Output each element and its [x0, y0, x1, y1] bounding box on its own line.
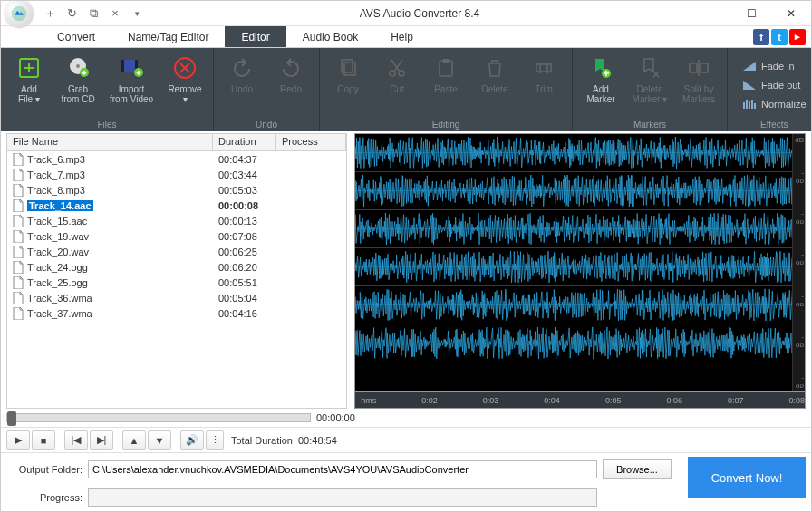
waveform-channel — [355, 324, 805, 362]
browse-button[interactable]: Browse... — [603, 459, 672, 479]
seek-thumb[interactable] — [7, 411, 16, 426]
redo-icon — [278, 55, 304, 81]
play-button[interactable]: ▶ — [6, 430, 30, 450]
import-from-video-button[interactable]: Import from Video — [102, 50, 160, 120]
tab-editor[interactable]: Editor — [225, 26, 285, 47]
app-logo — [5, 0, 34, 28]
prev-track-button[interactable]: |◀ — [64, 430, 88, 450]
tab-help[interactable]: Help — [374, 26, 430, 47]
file-row[interactable]: Track_36.wma00:05:04 — [7, 290, 346, 305]
window-title: AVS Audio Converter 8.4 — [148, 7, 691, 20]
transport-controls: ▶ ■ |◀ ▶| ▲ ▼ 🔊 ⋮ Total Duration 00:48:5… — [1, 427, 811, 452]
file-row[interactable]: Track_25.ogg00:05:51 — [7, 275, 346, 290]
svg-rect-23 — [751, 100, 753, 109]
file-row[interactable]: Track_7.mp300:03:44 — [7, 167, 346, 182]
stop-button[interactable]: ■ — [32, 430, 55, 450]
file-row[interactable]: Track_37.wma00:04:16 — [7, 305, 346, 321]
maximize-button[interactable]: ☐ — [731, 1, 771, 26]
trim-button: Trim — [519, 50, 568, 120]
close-tab-button[interactable]: × — [104, 5, 126, 23]
fade-in-icon — [742, 60, 757, 72]
content-area: File Name Duration Process Track_6.mp300… — [1, 131, 811, 409]
tab-audio-book[interactable]: Audio Book — [286, 26, 374, 47]
twitter-icon[interactable]: t — [771, 29, 788, 45]
copy-icon — [335, 55, 361, 81]
copy-button: Copy — [324, 50, 372, 120]
convert-now-button[interactable]: Convert Now! — [688, 457, 806, 498]
svg-rect-11 — [344, 63, 355, 75]
paste-icon — [433, 55, 459, 81]
progress-bar — [88, 488, 597, 507]
column-file-name[interactable]: File Name — [7, 134, 213, 150]
delete-icon — [482, 55, 508, 81]
svg-rect-14 — [440, 61, 452, 76]
cut-button: Cut — [372, 50, 421, 120]
facebook-icon[interactable]: f — [753, 29, 769, 45]
file-list[interactable]: Track_6.mp300:04:37Track_7.mp300:03:44Tr… — [6, 151, 347, 409]
seek-time: 00:00:00 — [316, 412, 371, 423]
tab-convert[interactable]: Convert — [41, 26, 111, 47]
volume-slider-toggle[interactable]: ⋮ — [206, 430, 224, 450]
remove-button[interactable]: Remove ▾ — [160, 50, 209, 120]
new-tab-button[interactable]: ＋ — [39, 5, 61, 23]
svg-rect-15 — [443, 59, 449, 63]
undo-icon — [229, 55, 255, 81]
svg-rect-24 — [754, 103, 756, 109]
total-duration: Total Duration 00:48:54 — [231, 435, 337, 446]
quick-menu-dropdown[interactable]: ▾ — [126, 5, 148, 23]
waveform-channel — [355, 286, 805, 324]
progress-label: Progress: — [14, 492, 82, 503]
waveform-channel — [355, 210, 805, 248]
delete-marker-icon — [637, 55, 662, 81]
add-marker-icon — [588, 55, 614, 81]
split-by-markers-button: Split by Markers — [674, 50, 723, 120]
seek-bar[interactable] — [6, 413, 311, 422]
svg-rect-16 — [536, 64, 551, 72]
output-folder-label: Output Folder: — [14, 464, 82, 475]
refresh-button[interactable]: ↻ — [61, 5, 82, 23]
tab-name-tag-editor[interactable]: Name/Tag Editor — [111, 26, 225, 47]
svg-rect-18 — [690, 63, 697, 72]
file-row[interactable]: Track_19.wav00:07:08 — [7, 228, 346, 244]
youtube-icon[interactable]: ▸ — [789, 29, 806, 45]
fade-out-button[interactable]: Fade out — [739, 77, 804, 93]
tabs-button[interactable]: ⧉ — [82, 5, 104, 23]
volume-button[interactable]: 🔊 — [180, 430, 204, 450]
move-up-button[interactable]: ▲ — [122, 430, 146, 450]
add-file-button[interactable]: Add File ▾ — [5, 50, 53, 120]
normalize-icon — [742, 98, 757, 111]
waveform-panel: dB -oo -oo -oo -oo -oo -oo hms 0:02 0:03… — [354, 133, 806, 409]
main-tabs: Convert Name/Tag Editor Editor Audio Boo… — [1, 26, 811, 48]
svg-rect-20 — [743, 102, 745, 109]
fade-out-icon — [742, 79, 757, 92]
normalize-button[interactable]: Normalize — [739, 96, 810, 112]
seek-row: 00:00:00 — [1, 409, 811, 427]
file-row[interactable]: Track_14.aac00:00:08 — [7, 198, 346, 213]
video-import-icon — [119, 55, 144, 81]
cut-icon — [384, 55, 410, 81]
remove-icon — [172, 55, 198, 81]
column-process[interactable]: Process — [276, 134, 346, 150]
file-row[interactable]: Track_8.mp300:05:03 — [7, 182, 346, 198]
fade-in-button[interactable]: Fade in — [739, 58, 798, 74]
grab-from-cd-button[interactable]: Grab from CD — [53, 50, 102, 120]
move-down-button[interactable]: ▼ — [148, 430, 171, 450]
add-marker-button[interactable]: Add Marker — [576, 50, 625, 120]
svg-rect-6 — [121, 60, 124, 72]
add-file-icon — [16, 55, 42, 81]
svg-point-3 — [76, 64, 80, 68]
next-track-button[interactable]: ▶| — [90, 430, 113, 450]
file-row[interactable]: Track_20.wav00:06:25 — [7, 244, 346, 259]
output-folder-input[interactable] — [88, 460, 597, 478]
file-row[interactable]: Track_15.aac00:00:13 — [7, 213, 346, 228]
close-button[interactable]: ✕ — [771, 1, 811, 26]
waveform-channel — [355, 172, 805, 210]
file-row[interactable]: Track_6.mp300:04:37 — [7, 151, 346, 167]
minimize-button[interactable]: — — [691, 1, 731, 26]
file-row[interactable]: Track_24.ogg00:06:20 — [7, 259, 346, 275]
time-axis: hms 0:02 0:03 0:04 0:05 0:06 0:07 0:08 — [354, 392, 806, 409]
waveform-display[interactable]: dB -oo -oo -oo -oo -oo -oo — [354, 133, 806, 392]
column-duration[interactable]: Duration — [213, 134, 276, 150]
split-icon — [686, 55, 711, 81]
file-list-header: File Name Duration Process — [6, 133, 347, 151]
